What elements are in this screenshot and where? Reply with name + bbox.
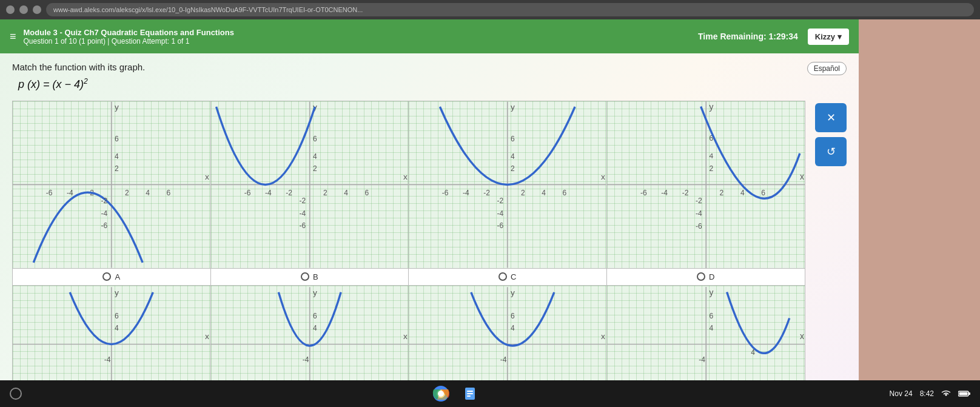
radio-d-circle[interactable] (697, 272, 705, 281)
svg-text:x: x (799, 332, 804, 341)
radio-a-label: A (115, 272, 120, 281)
svg-text:y: y (115, 103, 119, 112)
svg-text:2: 2 (719, 189, 723, 197)
svg-text:-6: -6 (696, 222, 702, 230)
hamburger-menu[interactable]: ≡ (10, 30, 16, 43)
svg-rect-102 (959, 392, 968, 395)
header-title-block: Module 3 - Quiz Ch7 Quadratic Equations … (24, 28, 234, 45)
svg-text:-2: -2 (299, 197, 306, 205)
radio-option-d[interactable]: D (607, 269, 805, 285)
question-area: Español Match the function with its grap… (0, 53, 859, 101)
svg-text:6: 6 (709, 311, 713, 320)
svg-text:-6: -6 (442, 189, 449, 197)
espanol-button[interactable]: Español (807, 62, 847, 75)
svg-text:-2: -2 (101, 197, 108, 205)
graph-b-svg: x y 6 4 2 -6 -4 -2 2 4 6 (211, 101, 409, 268)
browser-refresh[interactable] (33, 5, 41, 14)
taskbar: Nov 24 8:42 (0, 380, 980, 407)
radio-option-c[interactable]: C (409, 269, 607, 285)
radio-b-label: B (313, 272, 318, 281)
svg-text:6: 6 (364, 189, 369, 197)
x-button[interactable]: ✕ (815, 103, 847, 132)
svg-text:6: 6 (312, 135, 317, 143)
svg-rect-101 (968, 392, 970, 395)
svg-rect-98 (467, 393, 473, 394)
svg-text:6: 6 (563, 189, 567, 197)
svg-text:-6: -6 (497, 221, 504, 230)
svg-text:2: 2 (709, 164, 713, 173)
graph-cell-a-top: x y 6 4 2 -6 -4 -2 2 4 6 (13, 101, 211, 268)
svg-text:2: 2 (323, 189, 327, 197)
radio-option-b[interactable]: B (211, 269, 409, 285)
radio-row: A B C D (13, 269, 805, 286)
svg-text:-4: -4 (699, 355, 705, 364)
svg-text:-6: -6 (101, 221, 108, 230)
svg-text:y: y (312, 288, 317, 297)
svg-text:-4: -4 (500, 355, 507, 364)
svg-text:6: 6 (115, 312, 119, 320)
graph-cell-c-top: x y 6 4 2 -6 -4 -2 2 4 6 (409, 101, 607, 268)
question-instruction: Match the function with its graph. (12, 62, 847, 72)
radio-c-label: C (511, 272, 516, 281)
user-menu-button[interactable]: Kizzy ▾ (808, 29, 849, 45)
svg-text:4: 4 (115, 324, 119, 332)
svg-text:2: 2 (511, 164, 515, 173)
taskbar-home-circle[interactable] (10, 388, 22, 400)
undo-button[interactable]: ↺ (815, 137, 847, 166)
svg-text:-2: -2 (696, 197, 702, 205)
browser-forward[interactable] (19, 5, 28, 14)
svg-text:-4: -4 (67, 189, 73, 197)
svg-text:-4: -4 (696, 209, 702, 218)
svg-text:x: x (205, 172, 209, 181)
svg-text:4: 4 (146, 189, 150, 197)
svg-text:-2: -2 (497, 197, 504, 205)
svg-text:4: 4 (312, 324, 317, 332)
svg-text:y: y (709, 103, 713, 112)
graph-cell-b-top: x y 6 4 2 -6 -4 -2 2 4 6 (211, 101, 409, 268)
time-remaining: Time Remaining: 1:29:34 (698, 32, 798, 41)
timer-value: 1:29:34 (769, 32, 798, 41)
svg-text:-4: -4 (463, 189, 469, 197)
svg-text:4: 4 (709, 152, 713, 161)
svg-rect-97 (467, 391, 473, 392)
svg-text:-6: -6 (244, 189, 250, 197)
browser-back[interactable] (6, 5, 15, 14)
taskbar-date: Nov 24 (890, 389, 913, 398)
svg-text:-2: -2 (483, 189, 490, 197)
browser-bar: www-awd.aleks.com/alekscgi/x/lsl.exe/10_… (0, 0, 980, 19)
radio-b-circle[interactable] (301, 272, 309, 281)
svg-text:4: 4 (709, 324, 713, 332)
svg-text:-2: -2 (286, 189, 292, 197)
svg-text:x: x (601, 332, 605, 341)
svg-text:6: 6 (167, 189, 171, 197)
chrome-icon[interactable] (431, 384, 451, 403)
module-title: Module 3 - Quiz Ch7 Quadratic Equations … (24, 28, 234, 37)
battery-icon (958, 390, 970, 397)
svg-text:y: y (511, 288, 515, 297)
radio-c-circle[interactable] (498, 272, 507, 281)
svg-point-95 (438, 391, 444, 397)
files-icon[interactable] (460, 384, 480, 403)
radio-a-circle[interactable] (102, 272, 111, 281)
svg-text:y: y (511, 103, 515, 112)
svg-text:-4: -4 (101, 209, 108, 218)
radio-option-a[interactable]: A (13, 269, 211, 285)
svg-text:2: 2 (115, 164, 119, 173)
graph-cell-d-top: x y 6 4 2 -6 -4 -2 2 4 6 (607, 101, 805, 268)
graph-c-svg: x y 6 4 2 -6 -4 -2 2 4 6 (409, 101, 606, 268)
question-info: Question 1 of 10 (1 point) | Question At… (24, 37, 234, 45)
svg-text:2: 2 (312, 164, 317, 173)
svg-text:4: 4 (312, 152, 317, 161)
top-graphs-row: x y 6 4 2 -6 -4 -2 2 4 6 (13, 101, 805, 269)
svg-text:6: 6 (115, 135, 119, 143)
graph-d-svg: x y 6 4 2 -6 -4 -2 2 4 6 (607, 101, 805, 268)
wifi-icon (941, 390, 951, 397)
url-bar[interactable]: www-awd.aleks.com/alekscgi/x/lsl.exe/10_… (46, 3, 974, 16)
svg-text:6: 6 (312, 312, 317, 320)
right-side-area (859, 19, 980, 407)
svg-text:x: x (799, 172, 804, 181)
function-formula: p (x) = (x − 4)2 (18, 77, 847, 91)
graphs-controls-area: x y 6 4 2 -6 -4 -2 2 4 6 (0, 101, 859, 403)
radio-d-label: D (709, 272, 714, 281)
svg-text:x: x (205, 332, 209, 341)
